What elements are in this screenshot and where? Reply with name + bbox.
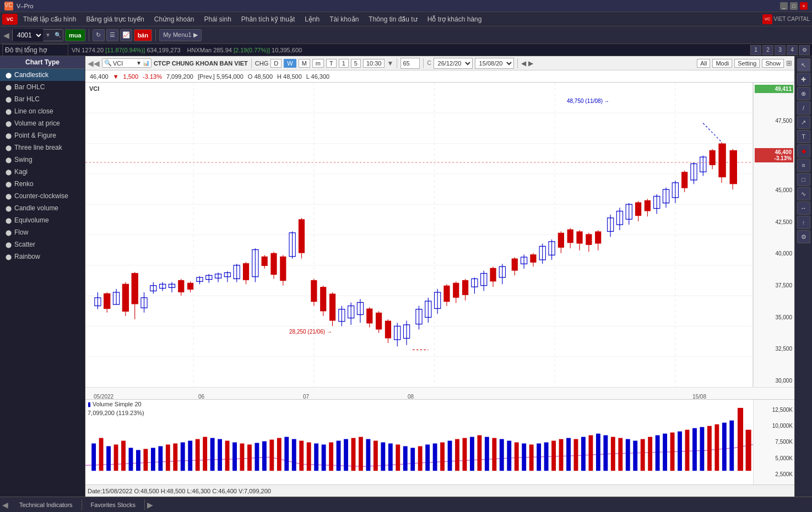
wave-tool[interactable]: ∿ (797, 187, 810, 200)
zoom-input[interactable] (400, 58, 420, 69)
period-5[interactable]: 5 (351, 59, 361, 68)
volume-chart[interactable]: ▮ Volume Simple 20 7,099,200 (119.23%) (85, 400, 753, 484)
svg-rect-197 (418, 446, 423, 471)
measure-tool[interactable]: ↔ (797, 201, 810, 215)
sidebar-item-vol-price[interactable]: ⬤ Volume at price (0, 117, 85, 129)
menu-item-5[interactable]: Lệnh (300, 14, 324, 24)
tab-technical-indicators[interactable]: Technical Indicators (10, 499, 82, 510)
settings-btn[interactable]: ⚙ (799, 45, 810, 55)
menu-item-7[interactable]: Thông tin đầu tư (364, 14, 421, 24)
sidebar-item-equivolume[interactable]: ⬤ Equivolume (0, 214, 85, 226)
sidebar-item-three-line[interactable]: ⬤ Three line break (0, 141, 85, 154)
period-1030[interactable]: 10:30 (363, 59, 385, 68)
symbol-input[interactable] (113, 60, 135, 67)
volume-axis: 12,500K 10,000K 7,500K 5,000K 2,500K (753, 400, 794, 484)
chart-icon[interactable]: 📈 (120, 29, 132, 41)
svg-rect-51 (262, 257, 268, 266)
all-btn[interactable]: All (697, 59, 710, 68)
period-T[interactable]: T (326, 59, 337, 68)
sidebar-item-bar-ohlc[interactable]: ⬤ Bar OHLC (0, 81, 85, 93)
sidebar-item-flow[interactable]: ⬤ Flow (0, 226, 85, 238)
buy-button[interactable]: mua (65, 29, 85, 41)
nav-left-icon[interactable]: ◀ (2, 30, 10, 41)
tab-2-btn[interactable]: 2 (762, 45, 773, 55)
trend-tool[interactable]: ↗ (797, 116, 810, 129)
stock-code-select[interactable]: 4001 (13, 29, 43, 41)
svg-rect-195 (403, 446, 408, 471)
period-M[interactable]: M (299, 59, 310, 68)
list-icon[interactable]: ☰ (106, 29, 118, 41)
menu-item-8[interactable]: Hỗ trợ khách hàng (423, 14, 486, 24)
chart-settings[interactable]: ⚙ (797, 230, 810, 243)
expand-btn[interactable]: ⊞ (786, 59, 792, 67)
search-icon[interactable]: 🔍 (53, 30, 63, 41)
show-btn[interactable]: Show (762, 59, 784, 68)
ticker-search[interactable] (2, 44, 68, 56)
period-D[interactable]: D (270, 59, 282, 68)
tab-arrow-left[interactable]: ◀ (0, 498, 10, 511)
sidebar-item-candlestick[interactable]: ⬤ Candlestick (0, 69, 85, 81)
sidebar-item-candle-vol[interactable]: ⬤ Candle volume (0, 202, 85, 214)
tab-1-btn[interactable]: 1 (750, 45, 761, 55)
refresh-icon[interactable]: ↻ (93, 29, 105, 41)
sidebar-item-line-close[interactable]: ⬤ Line on close (0, 105, 85, 117)
period-W[interactable]: W (284, 59, 296, 68)
menu-item-6[interactable]: Tài khoản (325, 14, 363, 24)
text-tool[interactable]: T (797, 130, 810, 143)
close-button[interactable]: × (800, 2, 808, 10)
marker-tool[interactable]: ◆ (797, 144, 810, 157)
cursor-tool[interactable]: ↖ (797, 58, 810, 72)
sidebar-item-scatter[interactable]: ⬤ Scatter (0, 238, 85, 250)
sidebar-item-point-figure[interactable]: ⬤ Point & Figure (0, 129, 85, 141)
modi-btn[interactable]: Modi (712, 59, 732, 68)
minimize-button[interactable]: _ (780, 2, 788, 10)
sidebar-item-rainbow[interactable]: ⬤ Rainbow (0, 250, 85, 263)
date-to-select[interactable]: 15/08/20 (475, 58, 514, 69)
period-m[interactable]: m (312, 59, 324, 68)
tab-favorites-stocks[interactable]: Favorites Stocks (82, 499, 145, 510)
nav-prev[interactable]: ◀ (521, 59, 526, 67)
nav-next[interactable]: ▶ (528, 59, 533, 67)
fibonacci-tool[interactable]: ≡ (797, 159, 810, 172)
chart-nav-back[interactable]: ◀◀ (88, 59, 100, 68)
sidebar-item-swing[interactable]: ⬤ Swing (0, 154, 85, 166)
svg-rect-172 (232, 442, 237, 471)
date-from-select[interactable]: 26/12/20 (434, 58, 473, 69)
equivolume-icon: ⬤ (4, 216, 12, 224)
main-chart[interactable]: VCI 48,750 (11/08) → 28,250 (21/06) → (85, 83, 753, 387)
menu-item-0[interactable]: Thiết lập cấu hình (19, 14, 80, 24)
sidebar-item-counter[interactable]: ⬤ Counter-clockwise (0, 190, 85, 202)
rectangle-tool[interactable]: □ (797, 173, 810, 186)
draw-line-tool[interactable]: / (797, 101, 810, 115)
symbol-dropdown[interactable]: ▼ (136, 60, 142, 66)
tab-3-btn[interactable]: 3 (775, 45, 786, 55)
sidebar-item-renko[interactable]: ⬤ Renko (0, 178, 85, 190)
mymenu-button[interactable]: My Menu1 ▶ (159, 29, 201, 41)
svg-rect-104 (512, 259, 518, 271)
arrow-tool[interactable]: ↑ (797, 216, 810, 229)
svg-rect-148 (718, 144, 726, 177)
dropdown-btn[interactable]: ▼ (43, 30, 53, 41)
maximize-button[interactable]: □ (790, 2, 798, 10)
setting-btn[interactable]: Setting (734, 59, 760, 68)
sell-button[interactable]: bán (134, 29, 153, 41)
period-1[interactable]: 1 (339, 59, 349, 68)
candlestick-chart (85, 83, 753, 387)
svg-rect-150 (730, 150, 737, 184)
sidebar-item-bar-hlc[interactable]: ⬤ Bar HLC (0, 93, 85, 105)
crosshair-tool[interactable]: ✚ (797, 73, 810, 86)
menu-item-1[interactable]: Bảng giá trực tuyến (82, 14, 148, 24)
sidebar-item-kagi[interactable]: ⬤ Kagi (0, 166, 85, 178)
zoom-tool[interactable]: ⊕ (797, 87, 810, 100)
menu-item-4[interactable]: Phân tích kỹ thuật (237, 14, 299, 24)
menu-item-3[interactable]: Phái sinh (199, 14, 235, 24)
x-label-08: 08 (408, 394, 414, 400)
tab-4-btn[interactable]: 4 (787, 45, 798, 55)
svg-rect-63 (320, 287, 326, 311)
tab-arrow-right[interactable]: ▶ (145, 498, 155, 511)
chg-label: CHG (255, 60, 268, 67)
svg-rect-229 (656, 435, 660, 471)
menu-item-2[interactable]: Chứng khoán (150, 14, 199, 24)
down-arrow-btn[interactable]: ▼ (387, 59, 393, 67)
svg-rect-77 (385, 321, 391, 339)
